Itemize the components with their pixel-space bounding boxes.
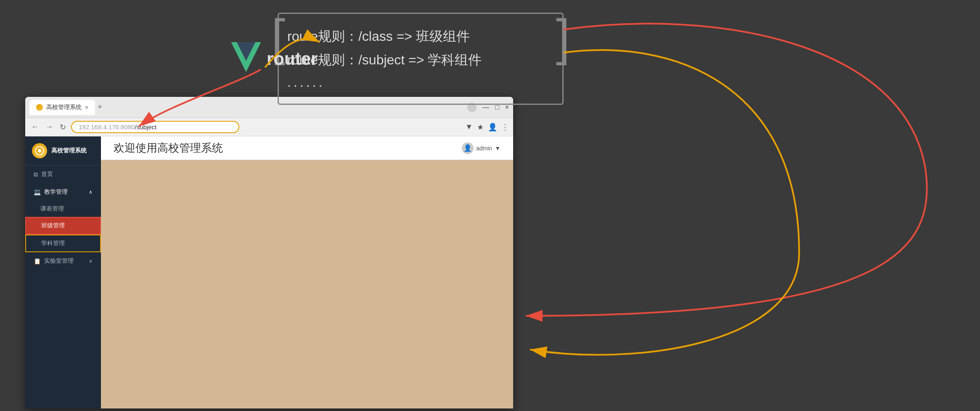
filter-icon[interactable]: ▼ [465, 123, 473, 131]
more-options-icon[interactable]: ⋮ [501, 123, 509, 132]
new-tab-button[interactable]: + [98, 103, 102, 112]
teaching-arrow-icon: ∧ [89, 189, 93, 195]
address-bar-row: ← → ↻ 192.168.4.176:8080/subject ▼ ★ 👤 ⋮ [25, 118, 513, 136]
admin-avatar: 👤 [462, 142, 474, 154]
sidebar-item-subject[interactable]: 学科管理 [25, 235, 101, 252]
tab-favicon-icon [36, 104, 43, 111]
sidebar-lab-label: 实验室管理 [44, 257, 74, 265]
sidebar-schedule-label: 课表管理 [40, 205, 64, 212]
account-icon[interactable]: 👤 [488, 123, 497, 132]
sidebar-logo-text: 高校管理系统 [51, 147, 87, 155]
app-layout: 高校管理系统 ⧉ 首页 💻 教学管理 ∧ 课表管理 班级管理 [25, 136, 513, 408]
browser-toolbar-icons: ▼ ★ 👤 ⋮ [465, 123, 509, 132]
router-logo-area: router [227, 42, 318, 76]
teaching-icon: 💻 [34, 189, 41, 195]
sidebar-home-label: 首页 [41, 171, 53, 178]
main-header: 欢迎使用高校管理系统 👤 admin ▼ [101, 136, 513, 160]
annotation-box: route规则：/class => 班级组件 route规则：/subject … [278, 13, 564, 105]
router-text-label: router [267, 49, 318, 69]
browser-tab[interactable]: 高校管理系统 × [29, 100, 95, 115]
route-rule-2: route规则：/subject => 学科组件 [287, 51, 550, 69]
lab-icon: 📋 [34, 258, 41, 264]
vue-logo-icon [227, 42, 265, 76]
nav-forward-button[interactable]: → [44, 123, 55, 131]
sidebar-item-home[interactable]: ⧉ 首页 [25, 165, 101, 183]
home-icon: ⧉ [34, 171, 38, 178]
bookmark-icon[interactable]: ★ [477, 123, 484, 132]
sidebar: 高校管理系统 ⧉ 首页 💻 教学管理 ∧ 课表管理 班级管理 [25, 136, 101, 408]
address-path: /subject [135, 123, 156, 131]
sidebar-menu: ⧉ 首页 💻 教学管理 ∧ 课表管理 班级管理 学科管理 [25, 165, 101, 408]
route-dots: ...... [287, 75, 550, 90]
tab-title: 高校管理系统 [46, 104, 82, 111]
main-body [101, 160, 513, 408]
route-rule-1: route规则：/class => 班级组件 [287, 27, 550, 46]
nav-back-button[interactable]: ← [29, 123, 40, 131]
address-bar[interactable]: 192.168.4.176:8080/subject [71, 121, 239, 133]
sidebar-item-teaching[interactable]: 💻 教学管理 ∧ [25, 183, 101, 201]
nav-reload-button[interactable]: ↻ [58, 123, 68, 132]
sidebar-item-class[interactable]: 班级管理 [25, 217, 101, 235]
admin-dropdown-icon: ▼ [495, 145, 501, 152]
address-base: 192.168.4.176:8080 [79, 123, 135, 131]
sidebar-teaching-label: 教学管理 [44, 188, 68, 196]
tab-close-button[interactable]: × [85, 104, 88, 111]
browser-window: 高校管理系统 × + — □ × ← → ↻ 192.168.4.176:808… [25, 97, 513, 408]
sidebar-item-schedule[interactable]: 课表管理 [25, 201, 101, 217]
svg-point-3 [38, 149, 41, 152]
sidebar-class-label: 班级管理 [41, 222, 65, 229]
sidebar-item-lab[interactable]: 📋 实验室管理 ∨ [25, 252, 101, 270]
logo-svg-icon [35, 146, 44, 155]
admin-info[interactable]: 👤 admin ▼ [462, 142, 501, 154]
main-content: 欢迎使用高校管理系统 👤 admin ▼ [101, 136, 513, 408]
sidebar-logo: 高校管理系统 [25, 136, 101, 165]
page-title: 欢迎使用高校管理系统 [114, 141, 223, 155]
logo-icon [32, 143, 47, 158]
lab-arrow-icon: ∨ [89, 258, 93, 264]
admin-name: admin [476, 145, 492, 152]
sidebar-subject-label: 学科管理 [41, 240, 65, 246]
